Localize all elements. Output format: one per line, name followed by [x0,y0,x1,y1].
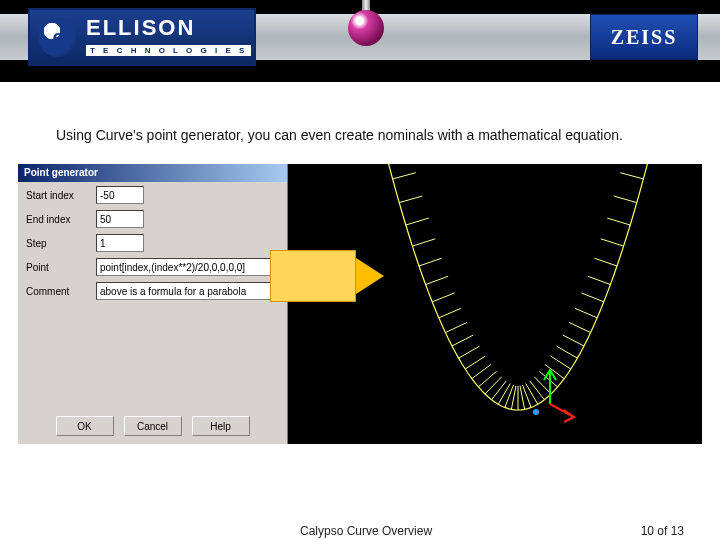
footer-page-number: 10 of 13 [641,524,684,538]
zeiss-text: ZEISS [611,26,678,49]
row-end-index: End index [18,206,287,230]
input-step[interactable] [96,234,144,252]
blue-origin-dot-icon [533,409,539,415]
row-step: Step [18,230,287,254]
arrow-right-icon [356,258,384,294]
label-point: Point [26,262,96,273]
label-step: Step [26,238,96,249]
zeiss-logo: ZEISS [590,14,698,60]
ellison-text: ELLISON [86,17,251,39]
slide-header: e ELLISON T E C H N O L O G I E S ZEISS [0,0,720,82]
input-point-formula[interactable] [96,258,274,276]
stylus-probe-icon [342,0,390,52]
dialog-button-row: OK Cancel Help [18,416,287,436]
footer-title: Calypso Curve Overview [300,524,432,538]
cancel-button[interactable]: Cancel [124,416,182,436]
point-generator-dialog: Point generator Start index End index St… [18,164,288,444]
ellison-logo: e ELLISON T E C H N O L O G I E S [28,8,256,66]
label-start-index: Start index [26,190,96,201]
input-comment[interactable] [96,282,274,300]
screenshot-area: Point generator Start index End index St… [18,164,702,444]
row-point: Point [18,254,287,278]
ellison-e-icon: e [38,17,78,57]
help-button[interactable]: Help [192,416,250,436]
ellison-subtext: T E C H N O L O G I E S [86,45,251,56]
label-end-index: End index [26,214,96,225]
input-start-index[interactable] [96,186,144,204]
label-comment: Comment [26,286,96,297]
dialog-title: Point generator [24,167,98,178]
ok-button[interactable]: OK [56,416,114,436]
row-start-index: Start index [18,182,287,206]
intro-text: Using Curve's point generator, you can e… [0,82,720,156]
yellow-arrow-callout [270,250,390,310]
row-comment: Comment [18,278,287,302]
dialog-titlebar: Point generator [18,164,287,182]
input-end-index[interactable] [96,210,144,228]
